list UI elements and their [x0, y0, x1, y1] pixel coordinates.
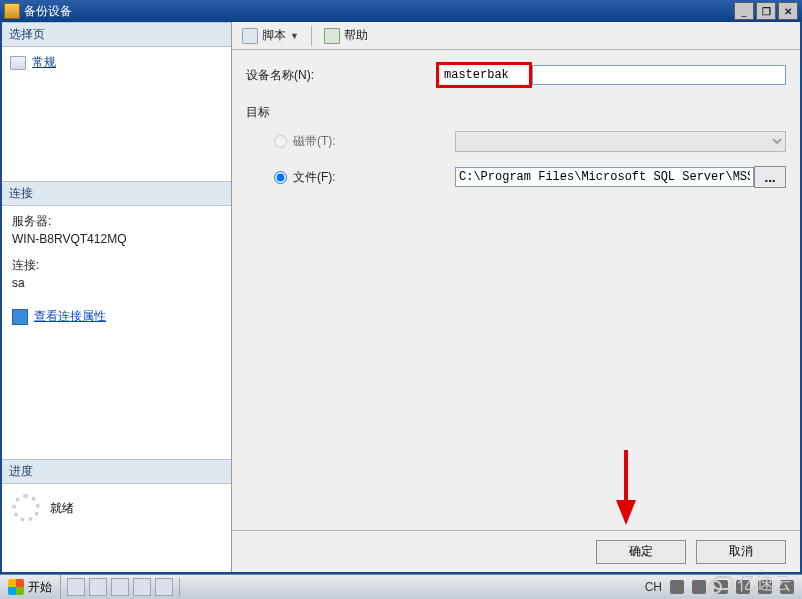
tape-combo [455, 131, 786, 152]
page-icon [10, 56, 26, 70]
progress-spinner-icon [12, 494, 40, 522]
left-panel: 选择页 常规 连接 服务器: WIN-B8RVQT412MQ 连接: sa 查看… [2, 22, 232, 572]
target-group-label: 目标 [246, 98, 786, 125]
connection-label: 连接: [12, 256, 221, 274]
cancel-button[interactable]: 取消 [696, 540, 786, 564]
tape-radio [274, 135, 287, 148]
maximize-button[interactable]: ❐ [756, 2, 776, 20]
connection-header: 连接 [2, 181, 231, 206]
connection-info: 服务器: WIN-B8RVQT412MQ 连接: sa [2, 206, 231, 298]
device-name-highlight [436, 62, 532, 88]
help-icon [324, 28, 340, 44]
titlebar: 备份设备 _ ❐ ✕ [0, 0, 802, 22]
chevron-down-icon: ▼ [290, 31, 299, 41]
app-icon [4, 3, 20, 19]
start-button[interactable]: 开始 [0, 575, 61, 599]
browse-button[interactable]: ... [754, 166, 786, 188]
device-name-input[interactable] [532, 65, 786, 85]
device-name-label: 设备名称(N): [246, 67, 436, 84]
ok-button[interactable]: 确定 [596, 540, 686, 564]
script-button[interactable]: 脚本 ▼ [238, 25, 303, 46]
connection-value: sa [12, 274, 221, 292]
script-label: 脚本 [262, 27, 286, 44]
close-button[interactable]: ✕ [778, 2, 798, 20]
nav-general[interactable]: 常规 [10, 52, 223, 73]
file-radio[interactable] [274, 171, 287, 184]
window-controls: _ ❐ ✕ [732, 2, 798, 20]
file-path-input[interactable] [455, 167, 754, 187]
script-icon [242, 28, 258, 44]
device-name-input-highlighted[interactable] [441, 67, 527, 83]
file-radio-label: 文件(F): [293, 169, 455, 186]
select-page-header: 选择页 [2, 22, 231, 47]
toolbar-divider [311, 26, 312, 46]
server-value: WIN-B8RVQT412MQ [12, 230, 221, 248]
progress-header: 进度 [2, 459, 231, 484]
view-connection-properties-link[interactable]: 查看连接属性 [34, 308, 106, 325]
quick-launch [61, 578, 180, 596]
cloud-icon [712, 576, 734, 590]
help-label: 帮助 [344, 27, 368, 44]
start-label: 开始 [28, 579, 52, 596]
language-indicator[interactable]: CH [645, 580, 662, 594]
tray-icon-1[interactable] [670, 580, 684, 594]
dialog-buttons: 确定 取消 [232, 530, 800, 572]
help-button[interactable]: 帮助 [320, 25, 372, 46]
toolbar: 脚本 ▼ 帮助 [232, 22, 800, 50]
server-icon [12, 309, 28, 325]
minimize-button[interactable]: _ [734, 2, 754, 20]
window-title: 备份设备 [24, 3, 72, 20]
ql-icon-3[interactable] [111, 578, 129, 596]
ql-icon-1[interactable] [67, 578, 85, 596]
main-panel: 脚本 ▼ 帮助 设备名称(N): [232, 22, 800, 572]
taskbar: 开始 CH [0, 574, 802, 599]
nav-general-label: 常规 [32, 54, 56, 71]
tape-radio-label: 磁带(T): [293, 133, 455, 150]
tray-icon-2[interactable] [692, 580, 706, 594]
svg-marker-1 [616, 500, 636, 525]
ql-icon-5[interactable] [155, 578, 173, 596]
windows-logo-icon [8, 579, 24, 595]
watermark: 亿速云 [712, 571, 792, 595]
watermark-text: 亿速云 [738, 571, 792, 595]
progress-status: 就绪 [50, 500, 74, 517]
annotation-arrow-icon [612, 450, 640, 530]
ql-icon-4[interactable] [133, 578, 151, 596]
server-label: 服务器: [12, 212, 221, 230]
ql-icon-2[interactable] [89, 578, 107, 596]
